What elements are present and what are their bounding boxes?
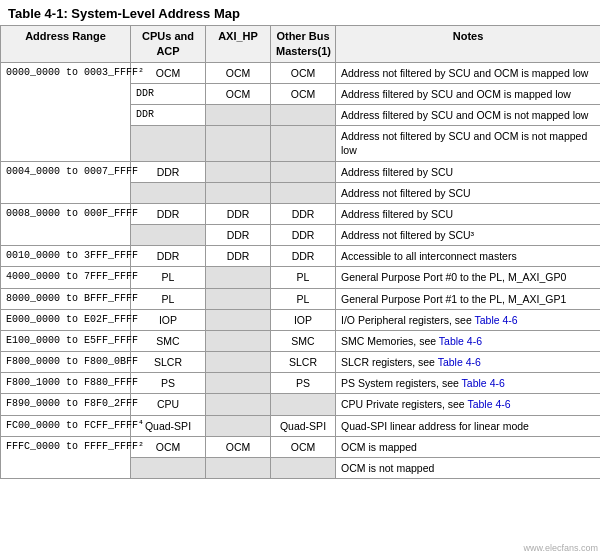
cell-axi: [206, 352, 271, 373]
cell-axi: [206, 373, 271, 394]
table-row: F890_0000 to F8F0_2FFFCPUCPU Private reg…: [1, 394, 601, 415]
table-row: F800_0000 to F800_0BFFSLCRSLCRSLCR regis…: [1, 352, 601, 373]
cell-notes: Address not filtered by SCU and OCM is m…: [336, 62, 601, 83]
cell-other: SMC: [271, 330, 336, 351]
cell-cpu: [131, 457, 206, 478]
cell-cpu: DDR: [131, 203, 206, 224]
cell-axi: [206, 161, 271, 182]
cell-other: IOP: [271, 309, 336, 330]
cell-axi: [206, 330, 271, 351]
address-map-table: Address Range CPUs and ACP AXI_HP Other …: [0, 25, 600, 479]
cell-notes: Address filtered by SCU and OCM is mappe…: [336, 83, 601, 104]
table-row: 8000_0000 to BFFF_FFFFPLPLGeneral Purpos…: [1, 288, 601, 309]
cell-notes: General Purpose Port #0 to the PL, M_AXI…: [336, 267, 601, 288]
cell-other: [271, 161, 336, 182]
table-header-row: Address Range CPUs and ACP AXI_HP Other …: [1, 26, 601, 63]
table-row: 0010_0000 to 3FFF_FFFFDDRDDRDDRAccessibl…: [1, 246, 601, 267]
table-row: F800_1000 to F880_FFFFPSPSPS System regi…: [1, 373, 601, 394]
cell-axi: DDR: [206, 246, 271, 267]
cell-cpu: PS: [131, 373, 206, 394]
cell-axi: DDR: [206, 225, 271, 246]
cell-notes: Address not filtered by SCU: [336, 182, 601, 203]
cell-cpu: PL: [131, 267, 206, 288]
cell-other: OCM: [271, 436, 336, 457]
col-header-notes: Notes: [336, 26, 601, 63]
cell-cpu: PL: [131, 288, 206, 309]
cell-other: [271, 105, 336, 126]
cell-addr: 0000_0000 to 0003_FFFF²: [1, 62, 131, 161]
cell-notes: General Purpose Port #1 to the PL, M_AXI…: [336, 288, 601, 309]
cell-axi: [206, 288, 271, 309]
cell-axi: [206, 309, 271, 330]
table-row: 0004_0000 to 0007_FFFFDDRAddress filtere…: [1, 161, 601, 182]
table-link[interactable]: Table 4-6: [438, 356, 481, 368]
cell-addr: 0008_0000 to 000F_FFFF: [1, 203, 131, 245]
cell-axi: [206, 105, 271, 126]
cell-addr: 4000_0000 to 7FFF_FFFF: [1, 267, 131, 288]
table-link[interactable]: Table 4-6: [439, 335, 482, 347]
cell-cpu: [131, 225, 206, 246]
cell-cpu: [131, 182, 206, 203]
cell-cpu: DDR: [131, 246, 206, 267]
cell-notes: SLCR registers, see Table 4-6: [336, 352, 601, 373]
cell-addr: E000_0000 to E02F_FFFF: [1, 309, 131, 330]
cell-addr: 0010_0000 to 3FFF_FFFF: [1, 246, 131, 267]
cell-notes: I/O Peripheral registers, see Table 4-6: [336, 309, 601, 330]
cell-axi: DDR: [206, 203, 271, 224]
cell-notes: Address not filtered by SCU and OCM is n…: [336, 126, 601, 161]
cell-notes: Address filtered by SCU and OCM is not m…: [336, 105, 601, 126]
cell-axi: [206, 267, 271, 288]
cell-other: [271, 394, 336, 415]
table-row: 4000_0000 to 7FFF_FFFFPLPLGeneral Purpos…: [1, 267, 601, 288]
cell-other: PL: [271, 267, 336, 288]
cell-notes: PS System registers, see Table 4-6: [336, 373, 601, 394]
cell-notes: CPU Private registers, see Table 4-6: [336, 394, 601, 415]
cell-cpu: DDR: [131, 161, 206, 182]
table-link[interactable]: Table 4-6: [467, 398, 510, 410]
cell-cpu: [131, 126, 206, 161]
cell-other: PL: [271, 288, 336, 309]
cell-cpu: IOP: [131, 309, 206, 330]
col-header-cpu: CPUs and ACP: [131, 26, 206, 63]
watermark: www.elecfans.com: [523, 543, 598, 553]
cell-notes: OCM is not mapped: [336, 457, 601, 478]
cell-addr: FFFC_0000 to FFFF_FFFF²: [1, 436, 131, 478]
cell-notes: SMC Memories, see Table 4-6: [336, 330, 601, 351]
table-row: 0000_0000 to 0003_FFFF²OCMOCMOCMAddress …: [1, 62, 601, 83]
cell-other: DDR: [271, 203, 336, 224]
cell-notes: OCM is mapped: [336, 436, 601, 457]
cell-addr: F800_1000 to F880_FFFF: [1, 373, 131, 394]
cell-axi: OCM: [206, 436, 271, 457]
cell-cpu: DDR: [131, 105, 206, 126]
cell-other: Quad-SPI: [271, 415, 336, 436]
table-row: 0008_0000 to 000F_FFFFDDRDDRDDRAddress f…: [1, 203, 601, 224]
page-title: Table 4-1: System-Level Address Map: [0, 0, 600, 25]
cell-other: OCM: [271, 83, 336, 104]
cell-other: [271, 182, 336, 203]
cell-addr: 8000_0000 to BFFF_FFFF: [1, 288, 131, 309]
cell-cpu: SMC: [131, 330, 206, 351]
cell-axi: [206, 182, 271, 203]
cell-other: PS: [271, 373, 336, 394]
cell-notes: Address filtered by SCU: [336, 161, 601, 182]
cell-axi: [206, 126, 271, 161]
cell-cpu: DDR: [131, 83, 206, 104]
cell-axi: [206, 457, 271, 478]
cell-notes: Address not filtered by SCU³: [336, 225, 601, 246]
cell-other: [271, 457, 336, 478]
col-header-addr: Address Range: [1, 26, 131, 63]
cell-cpu: CPU: [131, 394, 206, 415]
table-row: FC00_0000 to FCFF_FFFF⁴Quad-SPIQuad-SPIQ…: [1, 415, 601, 436]
cell-other: OCM: [271, 62, 336, 83]
cell-notes: Accessible to all interconnect masters: [336, 246, 601, 267]
table-link[interactable]: Table 4-6: [474, 314, 517, 326]
cell-notes: Address filtered by SCU: [336, 203, 601, 224]
table-row: E000_0000 to E02F_FFFFIOPIOPI/O Peripher…: [1, 309, 601, 330]
cell-axi: OCM: [206, 62, 271, 83]
table-link[interactable]: Table 4-6: [462, 377, 505, 389]
col-header-other: Other Bus Masters(1): [271, 26, 336, 63]
cell-axi: OCM: [206, 83, 271, 104]
cell-addr: F800_0000 to F800_0BFF: [1, 352, 131, 373]
cell-other: DDR: [271, 225, 336, 246]
cell-axi: [206, 394, 271, 415]
